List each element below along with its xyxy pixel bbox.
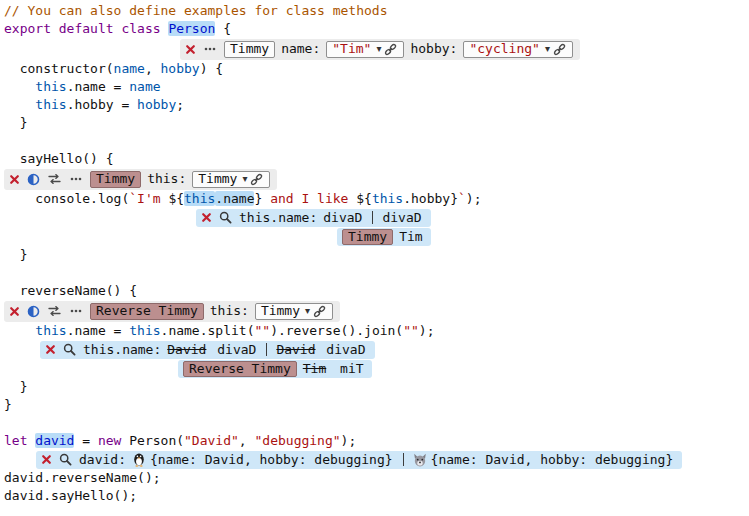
code-line bbox=[4, 132, 749, 150]
code-token: david.sayHello(); bbox=[4, 488, 137, 503]
more-options-icon bbox=[69, 174, 83, 184]
example-name-badge[interactable]: Reverse Timmy bbox=[90, 303, 204, 320]
link-button[interactable] bbox=[313, 305, 326, 318]
more-options-icon bbox=[203, 44, 217, 54]
probe-value: Tim bbox=[303, 360, 326, 378]
code-token: and I like bbox=[262, 191, 356, 206]
magnifier-button[interactable] bbox=[59, 453, 72, 466]
code-token: , bbox=[145, 61, 161, 76]
code-token: name bbox=[129, 79, 160, 94]
example-result-widget: Reverse TimmyTim miT bbox=[178, 360, 372, 378]
close-button[interactable] bbox=[45, 344, 56, 355]
close-button[interactable] bbox=[9, 306, 20, 317]
close-icon bbox=[201, 212, 212, 223]
code-line bbox=[4, 414, 749, 432]
probe-expression-label: this.name: bbox=[83, 341, 161, 359]
example-name-badge[interactable]: Timmy bbox=[90, 171, 141, 188]
value-dropdown[interactable]: "cycling"▾ bbox=[463, 41, 572, 58]
link-icon bbox=[313, 305, 326, 318]
magnifier-icon bbox=[63, 343, 76, 356]
probe-expression-label: david: bbox=[79, 451, 126, 469]
magnifier-button[interactable] bbox=[63, 343, 76, 356]
field-label: this: bbox=[210, 302, 249, 320]
magnifier-button[interactable] bbox=[219, 211, 232, 224]
probe-value: divaD bbox=[382, 209, 421, 227]
more-button[interactable] bbox=[69, 306, 83, 316]
code-line: david.sayHello(); bbox=[4, 487, 749, 505]
close-button[interactable] bbox=[201, 212, 212, 223]
example-widget: Reverse Timmythis:Timmy▾ bbox=[4, 301, 340, 322]
code-line: } bbox=[4, 378, 749, 396]
code-line bbox=[4, 264, 749, 282]
dropdown-value: Timmy bbox=[198, 170, 237, 188]
close-icon bbox=[9, 306, 20, 317]
close-icon bbox=[185, 44, 196, 55]
link-button[interactable] bbox=[384, 43, 397, 56]
probe-value: divaD bbox=[319, 341, 366, 359]
link-button[interactable] bbox=[250, 173, 263, 186]
code-token bbox=[4, 323, 35, 338]
probe-value: {name: David, hobby: debugging} bbox=[431, 451, 674, 469]
probe-value: Tim bbox=[399, 228, 422, 246]
code-token: .name bbox=[215, 191, 254, 206]
example-name-badge[interactable]: Timmy bbox=[342, 229, 393, 245]
probe-value: divaD bbox=[323, 209, 362, 227]
code-token bbox=[4, 97, 35, 112]
code-token: } bbox=[4, 115, 27, 130]
close-button[interactable] bbox=[185, 44, 196, 55]
code-token bbox=[4, 79, 35, 94]
toggle-button[interactable] bbox=[27, 173, 40, 186]
code-token: new bbox=[98, 433, 121, 448]
code-token: this bbox=[35, 323, 66, 338]
code-token: constructor( bbox=[4, 61, 114, 76]
close-button[interactable] bbox=[9, 174, 20, 185]
code-token: ${ bbox=[356, 191, 372, 206]
code-token: .name = bbox=[67, 79, 130, 94]
swap-button[interactable] bbox=[47, 305, 62, 317]
probe-value-group: {name: David, hobby: debugging} bbox=[132, 451, 393, 469]
code-token: david bbox=[35, 433, 74, 448]
magnifier-icon bbox=[219, 211, 232, 224]
toggle-button[interactable] bbox=[27, 305, 40, 318]
toggle-icon bbox=[27, 305, 40, 318]
close-button[interactable] bbox=[41, 454, 52, 465]
example-widget: Timmythis:Timmy▾ bbox=[4, 169, 277, 190]
probe-row: this.name:divaDdivaD bbox=[4, 208, 749, 227]
example-row: Reverse Timmythis:Timmy▾ bbox=[4, 300, 749, 322]
example-name-badge[interactable]: Reverse Timmy bbox=[183, 361, 297, 377]
swap-button[interactable] bbox=[47, 173, 62, 185]
code-token: , bbox=[239, 433, 255, 448]
code-token: ` bbox=[458, 191, 466, 206]
wolf-instance-icon bbox=[413, 453, 427, 467]
probe-value-group: {name: David, hobby: debugging} bbox=[413, 451, 674, 469]
toggle-icon bbox=[27, 173, 40, 186]
value-separator bbox=[372, 211, 373, 224]
code-token: ); bbox=[419, 323, 435, 338]
code-line: } bbox=[4, 396, 749, 414]
value-dropdown[interactable]: Timmy▾ bbox=[255, 303, 333, 320]
code-line: } bbox=[4, 114, 749, 132]
code-token: export default class bbox=[4, 21, 168, 36]
code-token: Person( bbox=[121, 433, 184, 448]
code-token: reverseName() { bbox=[4, 283, 137, 298]
code-token: = bbox=[74, 433, 97, 448]
code-token: this bbox=[35, 79, 66, 94]
more-button[interactable] bbox=[69, 174, 83, 184]
link-icon bbox=[384, 43, 397, 56]
code-token: ) { bbox=[200, 61, 223, 76]
value-dropdown[interactable]: "Tim"▾ bbox=[326, 41, 404, 58]
code-token: sayHello() { bbox=[4, 151, 114, 166]
more-options-icon bbox=[69, 306, 83, 316]
code-line: let david = new Person("David", "debuggi… bbox=[4, 432, 749, 450]
value-dropdown[interactable]: Timmy▾ bbox=[192, 171, 270, 188]
code-token: let bbox=[4, 433, 35, 448]
code-token: hobby bbox=[137, 97, 176, 112]
example-name-badge[interactable]: Timmy bbox=[224, 41, 275, 58]
more-button[interactable] bbox=[203, 44, 217, 54]
probe-widget: david:{name: David, hobby: debugging}{na… bbox=[36, 451, 682, 469]
chevron-down-icon: ▾ bbox=[242, 174, 247, 184]
code-token: name bbox=[114, 61, 145, 76]
close-icon bbox=[45, 344, 56, 355]
link-button[interactable] bbox=[553, 43, 566, 56]
code-line: reverseName() { bbox=[4, 282, 749, 300]
